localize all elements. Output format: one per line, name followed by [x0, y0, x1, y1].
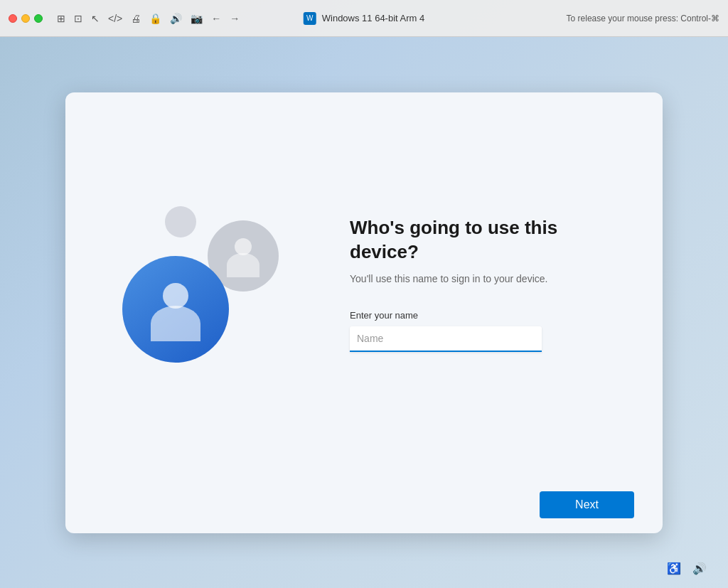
name-label: Enter your name	[350, 310, 620, 321]
minimize-button[interactable]	[21, 14, 30, 23]
avatar-main-figure	[144, 277, 208, 341]
avatar-group	[122, 206, 279, 363]
person-head-main	[163, 283, 188, 309]
setup-heading: Who's going to use this device?	[350, 216, 620, 264]
sidebar-toggle-icon[interactable]: ⊞	[57, 13, 65, 24]
window-title: Windows 11 64-bit Arm 4	[322, 13, 425, 23]
traffic-lights	[9, 14, 43, 23]
pointer-icon[interactable]: ↖	[91, 13, 100, 24]
avatar-dot	[165, 206, 196, 237]
avatar-main	[122, 256, 229, 363]
code-icon[interactable]: </>	[108, 13, 122, 24]
volume-toolbar-icon[interactable]: 🔊	[170, 13, 182, 24]
person-body-secondary	[227, 253, 259, 277]
titlebar-center: W Windows 11 64-bit Arm 4	[304, 12, 425, 25]
print-icon[interactable]: 🖨	[131, 13, 141, 24]
avatar-secondary-figure	[222, 235, 264, 277]
titlebar: ⊞ ⊡ ↖ </> 🖨 🔒 🔊 📷 ← → W Windows 11 64-bi…	[0, 0, 728, 37]
card-footer: Next	[65, 476, 663, 533]
back-icon[interactable]: ←	[211, 13, 221, 24]
status-bar: ♿ 🔊	[667, 562, 707, 575]
content-area: Who's going to use this device? You'll u…	[0, 37, 728, 588]
vm-logo-icon: W	[304, 12, 316, 25]
name-input[interactable]	[350, 326, 542, 352]
setup-card-inner: Who's going to use this device? You'll u…	[65, 92, 663, 476]
toolbar-icons: ⊞ ⊡ ↖ </> 🖨 🔒 🔊 📷 ← →	[57, 13, 240, 24]
setup-card: Who's going to use this device? You'll u…	[65, 92, 663, 533]
lock-icon[interactable]: 🔒	[149, 13, 161, 24]
maximize-button[interactable]	[34, 14, 43, 23]
forward-icon[interactable]: →	[230, 13, 240, 24]
vm-settings-icon[interactable]: ⊡	[74, 13, 82, 24]
accessibility-icon[interactable]: ♿	[667, 562, 681, 575]
person-body-main	[151, 306, 200, 341]
close-button[interactable]	[9, 14, 17, 23]
volume-status-icon[interactable]: 🔊	[692, 562, 707, 575]
camera-icon[interactable]: 📷	[191, 13, 203, 24]
illustration-area	[65, 92, 336, 476]
release-hint: To release your mouse press: Control-⌘	[567, 14, 719, 23]
next-button[interactable]: Next	[540, 491, 634, 518]
setup-subheading: You'll use this name to sign in to your …	[350, 273, 620, 284]
form-area: Who's going to use this device? You'll u…	[336, 92, 663, 476]
